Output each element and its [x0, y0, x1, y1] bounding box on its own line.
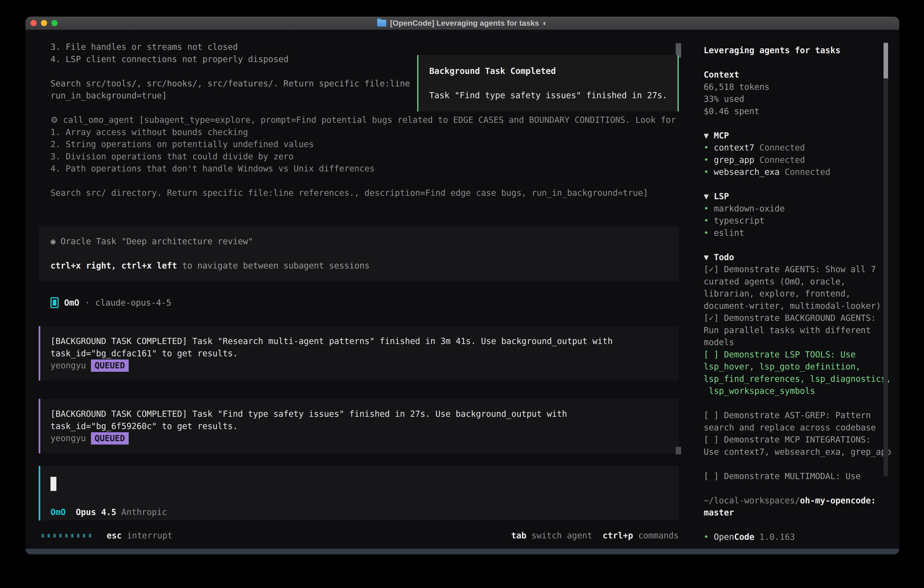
agent-name: OmO	[64, 297, 79, 309]
collapse-triangle-icon: ▼	[704, 192, 714, 201]
scrollback-line: 3. File handles or streams not closed	[39, 41, 679, 53]
context-spent: $0.46 spent	[704, 105, 883, 117]
input-model: Opus 4.5	[76, 507, 116, 517]
status-right: tab switch agent ctrl+p commands	[511, 530, 679, 542]
status-dot-icon: •	[704, 143, 714, 153]
window-title: [OpenCode] Leveraging agents for tasks ◐	[377, 19, 547, 28]
message-author: yeongyu	[51, 361, 86, 370]
status-dot-icon: •	[704, 167, 714, 177]
todo-line: [✓] Demonstrate BACKGROUND AGENTS:	[704, 312, 883, 324]
hint-text: to navigate between subagent sessions	[177, 261, 370, 271]
agent-icon	[51, 297, 59, 308]
message-author: yeongyu	[51, 433, 86, 443]
zoom-button[interactable]	[51, 20, 58, 26]
todo-line: document-writer, multimodal-looker)	[704, 300, 883, 312]
title-bar: [OpenCode] Leveraging agents for tasks ◐	[25, 17, 899, 30]
background-task-message: [BACKGROUND TASK COMPLETED] Task "Resear…	[39, 326, 679, 381]
message-line: [BACKGROUND TASK COMPLETED] Task "Find t…	[51, 408, 679, 420]
close-button[interactable]	[30, 20, 36, 26]
tool-call-line: ⚙ call_omo_agent [subagent_type=explore,…	[39, 114, 679, 126]
workspace-path: ~/local-workspaces/oh-my-opencode:	[704, 495, 883, 507]
tab-key: tab	[511, 530, 526, 542]
fisheye-icon: ◉	[51, 236, 56, 246]
todo-section-header[interactable]: ▼ Todo	[704, 251, 883, 264]
busy-spinner-icon	[41, 534, 94, 537]
chat-scrollbar-thumb[interactable]	[676, 447, 681, 454]
toast-title: Background Task Completed	[429, 65, 678, 77]
sidebar-session-title: Leveraging agents for tasks	[704, 45, 883, 57]
tool-call-item: 4. Path operations that don't handle Win…	[39, 163, 679, 175]
ctrlp-label: commands	[638, 530, 679, 542]
session-progress-icon: ◐	[543, 19, 548, 28]
esc-label: interrupt	[127, 530, 172, 542]
todo-line: [✓] Demonstrate AGENTS: Show all 7	[704, 263, 883, 276]
workspace-branch: master	[704, 507, 883, 519]
esc-key: esc	[107, 530, 122, 542]
lsp-item: • typescript	[704, 215, 883, 227]
message-line: task_id="bg_dcfac161" to get results.	[51, 347, 679, 360]
text-cursor	[51, 477, 56, 491]
status-left: esc interrupt	[39, 530, 173, 542]
todo-line: librarian, explore, frontend,	[704, 287, 883, 300]
window-title-text: [OpenCode] Leveraging agents for tasks	[390, 19, 539, 28]
mcp-item: • context7 Connected	[704, 142, 883, 154]
sidebar-scrollbar-thumb[interactable]	[884, 43, 888, 78]
oracle-task-title: ◉ Oracle Task "Deep architecture review"	[51, 235, 679, 248]
lsp-item: • eslint	[704, 227, 883, 239]
input-agent-name: OmO	[51, 507, 66, 517]
mcp-section-header[interactable]: ▼ MCP	[704, 130, 883, 142]
lsp-item: • markdown-oxide	[704, 203, 883, 215]
status-dot-icon: •	[704, 216, 714, 226]
terminal-content: 3. File handles or streams not closed 4.…	[25, 30, 899, 549]
version-row: • OpenCode 1.0.163	[704, 531, 883, 543]
sidebar-scrollbar-track[interactable]	[884, 42, 888, 476]
status-dot-icon: •	[704, 155, 714, 165]
agent-session-header: OmO · claude-opus-4-5	[39, 297, 679, 309]
oracle-task-box[interactable]: ◉ Oracle Task "Deep architecture review"…	[39, 226, 679, 281]
mcp-item: • grep_app Connected	[704, 154, 883, 166]
todo-line: [ ] Demonstrate MULTIMODAL: Use	[704, 470, 883, 482]
tool-call-item: 2. String operations on potentially unde…	[39, 138, 679, 150]
todo-line-active: [ ] Demonstrate LSP TOOLS: Use	[704, 349, 883, 361]
ctrlp-key: ctrl+p	[603, 530, 633, 542]
message-meta: yeongyuQUEUED	[51, 432, 679, 444]
context-heading: Context	[704, 69, 883, 81]
message-meta: yeongyuQUEUED	[51, 360, 679, 372]
terminal-window: [OpenCode] Leveraging agents for tasks ◐…	[25, 17, 899, 554]
minimize-button[interactable]	[41, 20, 47, 26]
todo-line-active: lsp_workspace_symbols	[704, 385, 883, 397]
window-bottom-edge	[25, 549, 899, 554]
context-tokens: 66,518 tokens	[704, 81, 883, 93]
todo-line: [ ] Demonstrate MCP INTEGRATIONS:	[704, 434, 883, 446]
agent-model: claude-opus-4-5	[95, 297, 171, 309]
todo-line: search and replace across codebase	[704, 421, 883, 434]
separator-dot: ·	[85, 297, 90, 309]
todo-line: Use context7, websearch_exa, grep_app	[704, 446, 883, 458]
background-task-message: [BACKGROUND TASK COMPLETED] Task "Find t…	[39, 399, 679, 453]
todo-line-active: lsp_hover, lsp_goto_definition,	[704, 361, 883, 373]
todo-line: Run parallel tasks with different	[704, 324, 883, 337]
tool-call-line2: Search src/ directory. Return specific f…	[39, 187, 679, 199]
tool-call-text: call_omo_agent [subagent_type=explore, p…	[63, 115, 676, 125]
status-bar: esc interrupt tab switch agent ctrl+p co…	[39, 530, 679, 542]
todo-line: [ ] Demonstrate AST-GREP: Pattern	[704, 409, 883, 421]
status-badge: QUEUED	[91, 360, 129, 372]
model-row: OmO Opus 4.5 Anthropic	[51, 506, 679, 519]
todo-line: curated agents (OmO, oracle,	[704, 276, 883, 288]
tool-call-item: 3. Division operations that could divide…	[39, 150, 679, 163]
folder-icon	[377, 20, 386, 26]
message-line: [BACKGROUND TASK COMPLETED] Task "Resear…	[51, 335, 679, 347]
sidebar: Leveraging agents for tasks Context 66,5…	[704, 45, 883, 543]
prompt-input[interactable]: OmO Opus 4.5 Anthropic	[39, 466, 679, 520]
toast-notification[interactable]: Background Task Completed Task "Find typ…	[417, 55, 679, 111]
hint-keys: ctrl+x right, ctrl+x left	[51, 261, 177, 271]
message-line: task_id="bg_6f59260c" to get results.	[51, 420, 679, 433]
todo-line-active: lsp_find_references, lsp_diagnostics,	[704, 373, 883, 385]
status-dot-icon: •	[704, 228, 714, 238]
collapse-triangle-icon: ▼	[704, 131, 714, 140]
oracle-task-hint: ctrl+x right, ctrl+x left to navigate be…	[51, 260, 679, 272]
window-controls	[30, 17, 58, 30]
lsp-section-header[interactable]: ▼ LSP	[704, 190, 883, 203]
gear-icon: ⚙	[51, 115, 58, 125]
tool-call-item: 1. Array access without bounds checking	[39, 126, 679, 139]
